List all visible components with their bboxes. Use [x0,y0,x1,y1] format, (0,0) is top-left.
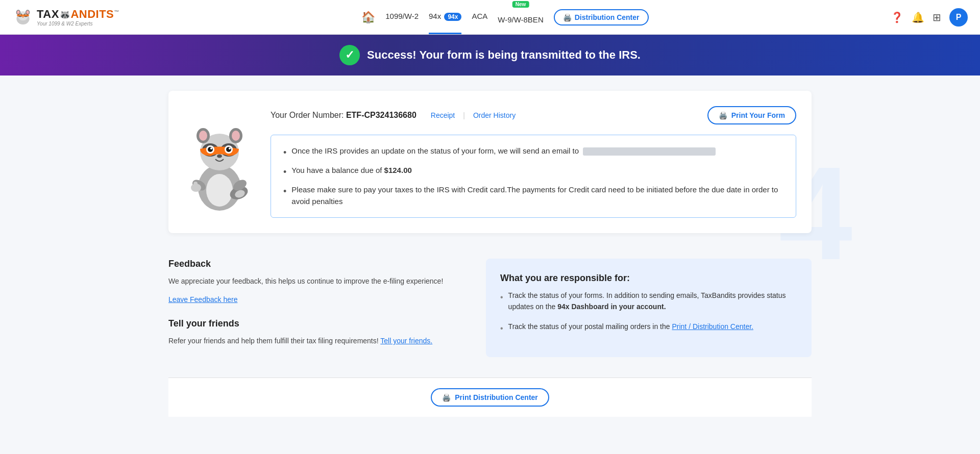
feedback-title: Feedback [168,259,465,269]
svg-point-4 [17,11,19,14]
order-number-group: Your Order Number: ETF-CP324136680 Recei… [271,111,516,120]
svg-rect-13 [17,14,29,16]
user-avatar[interactable]: P [949,8,968,27]
svg-point-33 [217,155,222,158]
svg-point-23 [199,131,207,141]
bullet-2: • [283,165,286,179]
order-section: Your Order Number: ETF-CP324136680 Recei… [168,91,812,233]
info-item-3: • Please make sure to pay your taxes to … [283,184,783,207]
logo-area: TAX🦝ANDITS™ Your 1099 & W2 Experts [12,7,119,28]
tell-friends-title: Tell your friends [168,318,465,329]
mascot-area [179,106,260,213]
info-text-3: Please make sure to pay your taxes to th… [291,184,783,207]
resp-bullet-1: • [500,291,503,304]
info-item-2: • You have a balance due of $124.00 [283,165,783,179]
checkmark-icon: ✓ [345,48,354,62]
main-content: 4 [148,75,832,432]
svg-rect-35 [193,182,198,189]
lower-section: Feedback We appreciate your feedback, th… [168,259,812,357]
info-text-1: Once the IRS provides an update on the s… [291,145,716,157]
bullet-3: • [283,185,286,198]
distribution-center-label: Distribution Center [575,13,640,21]
grid-icon[interactable]: ⊞ [933,11,941,23]
bullet-1: • [283,146,286,160]
responsible-title: What you are responsible for: [500,273,797,284]
success-message: Success! Your form is being transmitted … [367,48,641,62]
feedback-description: We appreciate your feedback, this helps … [168,275,465,287]
print-distribution-center-button[interactable]: 🖨️ Print Distribution Center [431,388,549,407]
svg-point-31 [210,147,212,149]
receipt-link[interactable]: Receipt [431,111,455,119]
logo-text: TAX🦝ANDITS™ Your 1099 & W2 Experts [37,8,119,27]
logo-title: TAX🦝ANDITS™ [37,8,119,21]
nav-badge-94x: 94x [444,13,461,21]
order-links: Receipt | Order History [431,111,516,119]
printer-icon-2: 🖨️ [719,111,727,119]
print-form-label: Print Your Form [731,111,785,119]
svg-point-24 [232,131,240,141]
svg-point-12 [22,16,24,17]
svg-point-15 [206,174,233,207]
print-dist-label: Print Distribution Center [455,393,538,401]
raccoon-logo-icon [12,7,34,28]
success-check-circle: ✓ [339,45,360,65]
printer-icon-3: 🖨️ [442,393,451,401]
responsible-list: • Track the status of your forms. In add… [500,290,797,335]
responsible-item-2: • Track the status of your postal mailin… [500,321,797,335]
mascot-raccoon-icon [184,106,255,213]
feedback-column: Feedback We appreciate your feedback, th… [168,259,465,357]
order-number-value: ETF-CP324136680 [346,111,416,119]
tell-friends-text: Refer your friends and help them fulfill… [168,335,465,346]
new-badge: New [512,1,529,8]
nav-area: 🏠 1099/W-2 94x 94x ACA New W-9/W-8BEN 🖨️… [361,8,648,26]
info-item-1: • Once the IRS provides an update on the… [283,145,783,160]
footer-bottom: 🖨️ Print Distribution Center [168,377,812,417]
info-box: • Once the IRS provides an update on the… [271,135,796,218]
svg-point-5 [27,11,29,14]
responsible-item-1: • Track the status of your forms. In add… [500,290,797,313]
svg-point-32 [229,147,231,149]
order-content: Your Order Number: ETF-CP324136680 Recei… [260,106,796,218]
link-divider: | [463,111,465,119]
nav-item-w9[interactable]: New W-9/W-8BEN [498,8,543,26]
responsible-text-2: Track the status of your postal mailing … [508,321,753,332]
email-blurred [583,147,716,156]
responsible-text-1: Track the status of your forms. In addit… [508,290,797,313]
help-icon[interactable]: ❓ [891,11,903,23]
svg-point-29 [208,147,213,152]
info-text-2: You have a balance due of $124.00 [291,165,412,176]
print-form-button[interactable]: 🖨️ Print Your Form [707,106,796,124]
dashboard-bold: 94x Dashboard in your account. [557,302,666,311]
responsible-column: What you are responsible for: • Track th… [486,259,812,357]
printer-icon: 🖨️ [563,13,572,21]
home-icon[interactable]: 🏠 [361,11,375,24]
balance-amount: $124.00 [384,166,412,174]
nav-item-1099[interactable]: 1099/W-2 [385,12,419,22]
nav-item-aca[interactable]: ACA [472,12,487,22]
svg-point-30 [226,147,231,152]
header-icons: ❓ 🔔 ⊞ P [891,8,968,27]
order-header: Your Order Number: ETF-CP324136680 Recei… [271,106,796,124]
nav-item-94x[interactable]: 94x 94x [429,12,461,23]
distribution-center-button[interactable]: 🖨️ Distribution Center [554,9,649,26]
print-dist-center-link[interactable]: Print / Distribution Center. [672,322,753,331]
logo-tagline: Your 1099 & W2 Experts [37,21,119,27]
header: TAX🦝ANDITS™ Your 1099 & W2 Experts 🏠 109… [0,0,980,35]
tax-text: TAX [37,8,59,20]
notification-icon[interactable]: 🔔 [912,11,924,23]
order-history-link[interactable]: Order History [473,111,516,119]
order-number-label: Your Order Number: ETF-CP324136680 [271,111,416,120]
bandits-text: ANDITS [70,8,114,20]
success-banner: ✓ Success! Your form is being transmitte… [0,35,980,75]
tell-friends-link[interactable]: Tell your friends. [380,337,432,345]
resp-bullet-2: • [500,322,503,335]
leave-feedback-link[interactable]: Leave Feedback here [168,295,237,304]
